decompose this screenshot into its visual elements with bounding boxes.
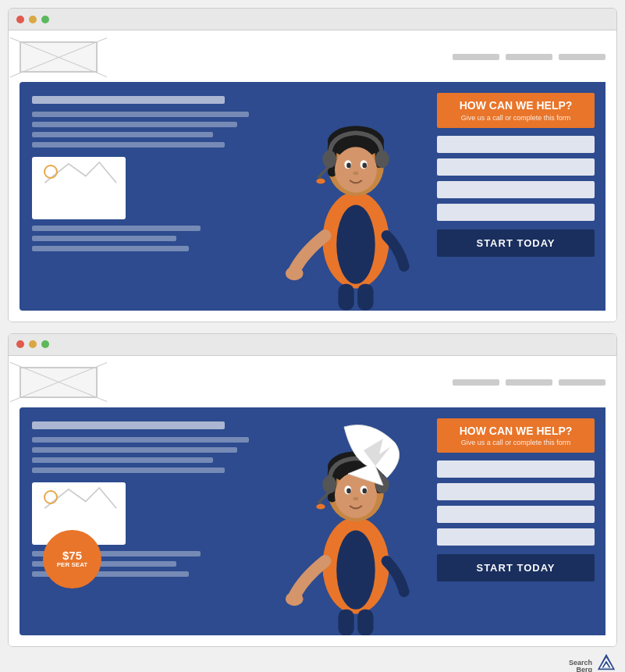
text-line-5 — [32, 226, 201, 231]
dot-yellow-1[interactable] — [29, 16, 37, 23]
svg-point-15 — [286, 266, 304, 280]
svg-point-28 — [362, 488, 367, 493]
text-line-8 — [32, 437, 249, 443]
nav-line-5 — [506, 379, 552, 386]
form-sub-2: Give us a call or complete this form — [445, 439, 587, 446]
form-field-4[interactable] — [437, 204, 595, 221]
form-field-6[interactable] — [437, 483, 595, 500]
character-area-1 — [286, 82, 426, 311]
text-line-4 — [32, 142, 225, 148]
sun-icon — [44, 165, 58, 179]
svg-point-33 — [286, 592, 304, 606]
banner-title-line — [32, 96, 225, 104]
form-title-1: HOW CAN WE HELP? — [445, 99, 587, 112]
nav-line-6 — [559, 379, 605, 386]
dot-yellow-2[interactable] — [29, 340, 37, 348]
banner-2: $75 PER SEAT — [20, 407, 605, 636]
price-sub: PER SEAT — [57, 561, 87, 569]
banner-1: HOW CAN WE HELP? Give us a call or compl… — [20, 82, 605, 311]
banner-left-2: $75 PER SEAT — [20, 407, 286, 636]
sun-icon-2 — [44, 490, 58, 504]
text-line-10 — [32, 457, 213, 463]
form-header-1: HOW CAN WE HELP? Give us a call or compl… — [437, 93, 595, 128]
logo-1 — [20, 41, 98, 73]
form-field-3[interactable] — [437, 181, 595, 198]
svg-point-11 — [353, 172, 359, 176]
dot-green-2[interactable] — [41, 340, 49, 348]
nav-line-4 — [453, 379, 499, 386]
nav-line-2 — [506, 54, 552, 60]
svg-point-9 — [346, 163, 351, 169]
banner-image-1 — [32, 157, 126, 219]
svg-point-13 — [375, 151, 389, 169]
svg-point-14 — [316, 179, 325, 184]
svg-point-19 — [336, 530, 375, 609]
start-today-button-1[interactable]: START TODAY — [437, 229, 595, 257]
price-badge: $75 PER SEAT — [43, 530, 101, 588]
banner-title-line-2 — [32, 421, 225, 429]
browser-bar-2 — [9, 334, 616, 356]
svg-rect-34 — [339, 609, 354, 635]
browser-content-1: HOW CAN WE HELP? Give us a call or compl… — [9, 30, 616, 322]
svg-point-12 — [322, 151, 336, 169]
form-field-2[interactable] — [437, 158, 595, 176]
watermark-text2: Berg — [569, 667, 592, 672]
form-header-2: HOW CAN WE HELP? Give us a call or compl… — [437, 418, 595, 453]
form-field-1[interactable] — [437, 136, 595, 153]
svg-point-29 — [353, 496, 359, 500]
text-line-9 — [32, 447, 237, 453]
text-line-3 — [32, 132, 213, 137]
text-line-2 — [32, 122, 237, 127]
character-area-2 — [286, 407, 426, 636]
dot-green-1[interactable] — [41, 16, 49, 23]
svg-point-32 — [316, 503, 325, 509]
nav-line-3 — [559, 54, 605, 60]
nav-links-1 — [453, 54, 605, 60]
text-line-7 — [32, 246, 189, 251]
browser-window-2: $75 PER SEAT — [8, 333, 617, 648]
dot-red-2[interactable] — [16, 340, 24, 348]
banner-text-lines — [32, 112, 273, 148]
form-field-8[interactable] — [437, 528, 595, 546]
form-field-5[interactable] — [437, 460, 595, 478]
watermark: Search Berg — [569, 652, 617, 672]
text-line-6 — [32, 236, 176, 241]
svg-point-6 — [335, 147, 377, 193]
nav-area-2 — [20, 367, 605, 398]
text-line-1 — [32, 112, 249, 117]
banner-text-lines-2 — [32, 437, 273, 473]
browser-bar-1 — [9, 9, 616, 30]
svg-rect-35 — [357, 609, 373, 635]
svg-point-30 — [322, 475, 336, 493]
svg-point-1 — [336, 205, 375, 284]
form-sub-1: Give us a call or complete this form — [445, 114, 587, 122]
svg-point-27 — [346, 488, 351, 493]
text-line-11 — [32, 468, 225, 473]
banner-right-2: HOW CAN WE HELP? Give us a call or compl… — [426, 407, 605, 636]
character-svg-1 — [286, 82, 426, 311]
svg-rect-17 — [357, 284, 373, 311]
arrow-shape — [340, 423, 403, 485]
nav-links-2 — [453, 379, 605, 386]
svg-point-10 — [362, 163, 367, 169]
form-title-2: HOW CAN WE HELP? — [445, 425, 587, 438]
logo-2 — [20, 367, 98, 398]
arrow-svg — [340, 423, 403, 485]
dot-red-1[interactable] — [16, 16, 24, 23]
price-value: $75 — [62, 549, 82, 561]
watermark-icon — [595, 652, 617, 672]
svg-rect-16 — [339, 284, 354, 311]
browser-window-1: HOW CAN WE HELP? Give us a call or compl… — [8, 8, 617, 322]
nav-area-1 — [20, 41, 605, 73]
nav-line-1 — [453, 54, 499, 60]
banner-left-1 — [20, 82, 286, 311]
form-field-7[interactable] — [437, 506, 595, 523]
start-today-button-2[interactable]: START TODAY — [437, 554, 595, 581]
browser-content-2: $75 PER SEAT — [9, 356, 616, 647]
banner-right-1: HOW CAN WE HELP? Give us a call or compl… — [426, 82, 605, 311]
